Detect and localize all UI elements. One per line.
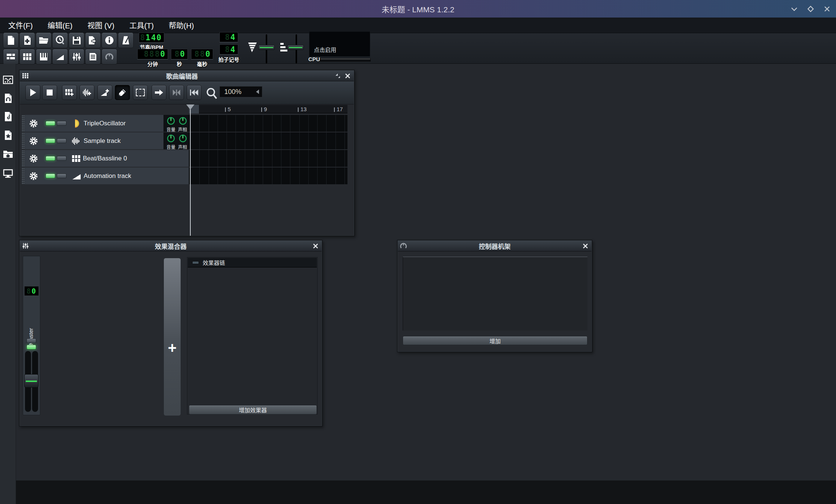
project-notes-button[interactable] [85,49,101,65]
track-segment-area[interactable] [189,168,347,184]
stop-button[interactable] [42,85,57,100]
track-drag-grip[interactable] [22,168,25,184]
add-controller-button[interactable]: 增加 [403,336,587,345]
gear-icon[interactable] [29,119,38,128]
fx-mixer-titlebar[interactable]: 效果混合器 [20,241,322,251]
add-effect-button[interactable]: 增加效果器 [189,405,317,414]
add-sample-track-button[interactable] [79,85,94,100]
song-editor-titlebar[interactable]: 歌曲编辑器 [20,71,354,81]
maximize-button[interactable] [805,3,817,15]
track-solo-led[interactable] [57,173,66,178]
save-project-button[interactable] [69,32,84,48]
track-solo-led[interactable] [57,138,66,143]
track-mute-led[interactable] [46,138,55,143]
track-solo-led[interactable] [57,156,66,161]
track-segment-area[interactable] [189,150,347,167]
new-project-button[interactable] [3,32,19,48]
play-button[interactable] [25,85,40,100]
track-name[interactable]: Automation track [84,172,131,180]
track-header-sample-track[interactable]: Sample track [25,132,163,149]
toggle-controller-rack-button[interactable] [102,49,117,65]
minimize-button[interactable] [788,3,800,15]
add-fx-channel-button[interactable]: + [163,258,181,416]
track-name[interactable]: Sample track [84,137,121,145]
track-mute-led[interactable] [46,156,55,161]
track-name[interactable]: TripleOscillator [84,120,126,127]
track-header-tripleoscillator[interactable]: TripleOscillator [25,115,163,132]
bpm-display[interactable]: 8140 [139,32,164,43]
sidebar-item-home[interactable] [3,149,13,159]
project-info-button[interactable] [102,32,117,48]
timesig-denominator-display[interactable]: 84 [219,44,238,54]
zoom-level-control[interactable]: 100% [219,86,262,97]
menu-edit[interactable]: 编辑(E) [46,18,75,32]
keep-stopped-position-button[interactable] [169,85,184,100]
toggle-song-editor-button[interactable] [3,49,19,65]
pan-knob[interactable] [178,134,187,143]
menu-tools[interactable]: 工具(T) [127,18,156,32]
pan-knob[interactable] [178,116,187,125]
master-pitch-slider[interactable] [287,45,304,50]
controller-rack-titlebar[interactable]: 控制器机架 [398,241,592,251]
sidebar-item-presets[interactable] [3,130,13,140]
close-button[interactable] [821,3,833,15]
track-solo-led[interactable] [57,121,66,126]
timesig-numerator-display[interactable]: 84 [219,32,238,42]
master-volume-slider[interactable] [258,45,275,50]
track-drag-grip[interactable] [22,150,25,167]
song-editor-restore-button[interactable] [333,71,343,80]
volume-knob[interactable] [166,134,175,143]
track-drag-grip[interactable] [22,115,25,132]
sample-track-icon[interactable] [72,136,81,146]
menu-view[interactable]: 视图 (V) [85,18,116,32]
controller-list[interactable] [403,257,587,331]
export-project-button[interactable] [85,32,101,48]
menu-help[interactable]: 帮助(H) [166,18,196,32]
master-mute-led[interactable] [26,345,36,350]
toggle-automation-editor-button[interactable] [52,49,68,65]
track-header-automation[interactable]: Automation track [25,168,189,184]
master-fader[interactable] [24,374,38,388]
draw-mode-button[interactable] [115,85,130,100]
track-mute-led[interactable] [46,121,55,126]
menu-file[interactable]: 文件(F) [6,18,35,32]
bb-track-icon[interactable] [72,154,81,163]
metronome-button[interactable] [118,32,134,48]
toggle-piano-roll-button[interactable] [36,49,52,65]
automation-track-icon[interactable] [72,172,81,181]
gear-icon[interactable] [29,154,38,163]
sidebar-item-projects[interactable] [3,112,13,122]
track-segment-area[interactable] [189,115,347,132]
sidebar-item-instruments[interactable] [3,75,13,85]
master-solo-led[interactable] [26,338,36,343]
track-name[interactable]: Beat/Bassline 0 [83,155,127,162]
track-segment-area[interactable] [189,132,347,149]
edit-mode-button[interactable] [133,85,148,100]
fx-mixer-close-button[interactable] [311,241,320,250]
new-from-template-button[interactable] [19,32,35,48]
open-project-button[interactable] [36,32,52,48]
toggle-fx-mixer-button[interactable] [69,49,84,65]
controller-rack-close-button[interactable] [580,241,590,250]
output-visualizer[interactable]: 点击启用 [309,31,370,57]
song-editor-close-button[interactable] [343,71,352,80]
rewind-button[interactable] [187,85,202,100]
add-automation-track-button[interactable] [97,85,112,100]
sidebar-item-samples[interactable] [3,93,13,103]
track-mute-led[interactable] [46,173,55,178]
recently-opened-button[interactable] [52,32,68,48]
instrument-icon[interactable] [72,119,81,128]
fx-chain-enable-led[interactable] [192,261,199,264]
sidebar-item-computer[interactable] [3,168,13,178]
toggle-bb-editor-button[interactable] [19,49,35,65]
timeline[interactable]: 5 9 13 17 [189,105,347,113]
playhead-marker[interactable] [186,104,194,110]
add-bb-track-button[interactable] [62,85,77,100]
fx-chain-header[interactable]: 效果器链 [188,258,317,267]
track-header-bb0[interactable]: Beat/Bassline 0 [25,150,189,167]
gear-icon[interactable] [29,137,38,145]
fx-channel-master[interactable]: 80 Master [23,256,40,415]
gear-icon[interactable] [29,172,38,181]
volume-knob[interactable] [166,116,175,125]
window-titlebar[interactable]: 未标题 - LMMS 1.2.2 [0,0,836,18]
